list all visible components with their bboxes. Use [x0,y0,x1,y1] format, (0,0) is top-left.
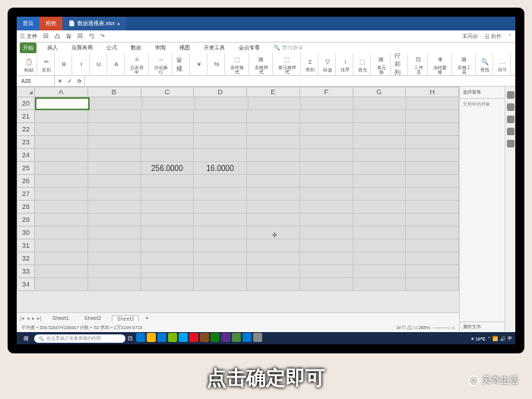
cell[interactable] [35,252,88,265]
cell[interactable] [247,123,300,136]
toolbar-button[interactable]: ⬚单元格样式 [274,53,301,75]
sheet-nav-last-icon[interactable]: ▸| [37,315,42,321]
cell[interactable] [194,226,247,239]
cell[interactable] [195,97,248,110]
cell[interactable] [35,214,88,226]
cell[interactable] [88,214,141,226]
cell[interactable] [406,214,459,226]
row-header[interactable]: 26 [17,175,35,188]
side-tool-icon[interactable] [507,91,515,99]
row-header[interactable]: 32 [17,252,35,265]
cell[interactable] [300,188,353,201]
row-header[interactable]: 25 [17,162,35,175]
cell[interactable] [35,110,88,123]
cell[interactable] [35,149,88,162]
taskbar-app-icon[interactable] [211,333,220,342]
cell[interactable] [88,201,141,214]
cell[interactable] [88,136,141,149]
row-header[interactable]: 28 [17,201,35,214]
cell[interactable] [88,226,141,239]
row-header[interactable]: 29 [17,214,35,226]
cell[interactable] [406,188,459,201]
titlebar-tab-doc[interactable]: 📄 数据透视表.xlsx × [62,17,126,30]
cell[interactable] [141,149,195,162]
cell[interactable] [88,278,141,291]
fx-confirm-icon[interactable]: ✓ [68,78,72,84]
cell[interactable] [249,97,301,110]
taskbar-app-icon[interactable] [200,333,209,342]
toolbar-button[interactable]: 常规 [174,53,190,75]
column-header[interactable]: E [247,87,300,97]
ribbon-tab-insert[interactable]: 插入 [44,43,61,53]
cell[interactable] [247,136,300,149]
toolbar-button[interactable]: Σ求和 [302,53,318,75]
cell[interactable] [247,162,300,175]
cell[interactable] [301,97,353,110]
taskbar-app-icon[interactable] [179,333,188,342]
toolbar-button[interactable]: % [209,53,225,75]
cell[interactable] [353,123,407,136]
cell[interactable] [141,226,195,239]
taskbar-app-icon[interactable] [189,333,198,342]
toolbar-button[interactable]: 🔍查找 [477,53,493,75]
cell[interactable] [247,239,300,252]
side-tool-icon[interactable] [507,103,515,111]
column-header[interactable]: B [88,87,141,97]
spreadsheet-grid[interactable]: ABCDEFGH 202122232425256.000016.00002627… [17,87,459,312]
name-box[interactable]: A20 [17,76,55,86]
toolbar-button[interactable]: ⊞单元格 [372,53,391,75]
ribbon-search[interactable]: 🔍 查找命令 [271,43,306,53]
cell[interactable] [194,252,247,265]
cell[interactable] [194,149,247,162]
cell[interactable] [194,136,247,149]
column-header[interactable]: G [353,87,407,97]
toolbar-button[interactable]: ▽筛选 [320,53,336,75]
cell[interactable] [88,123,141,136]
cell[interactable] [406,136,459,149]
toolbar-button[interactable]: ✂剪切 [39,53,55,75]
ribbon-tab-dev[interactable]: 开发工具 [201,43,228,53]
cell[interactable] [247,214,300,226]
tray-vol-icon[interactable]: 🔊 [500,336,505,341]
qa-preview-icon[interactable]: 骨 [66,33,71,40]
toolbar-button[interactable]: ❄冻结窗格 [429,53,452,75]
cell[interactable] [353,110,407,123]
qa-icon[interactable]: 回 [43,33,49,40]
start-button[interactable]: ⊞ [20,334,32,343]
row-header[interactable]: 27 [17,188,35,201]
cell[interactable] [194,239,247,252]
cell[interactable] [88,239,141,252]
cell[interactable] [247,175,300,188]
ribbon-tab-view[interactable]: 视图 [176,43,193,53]
window-min-icon[interactable]: ⌃ [508,33,512,40]
cell[interactable] [406,123,459,136]
cell[interactable] [88,265,141,278]
fx-cancel-icon[interactable]: ✕ [58,78,62,84]
row-header[interactable]: 22 [17,123,35,136]
row-header[interactable]: 20 [17,97,35,110]
cell[interactable] [35,278,88,291]
weather-widget[interactable]: ☀ 16℃ [470,336,486,341]
cell[interactable] [300,239,353,252]
ribbon-tab-layout[interactable]: 页面布局 [68,43,96,53]
row-header[interactable]: 21 [17,110,35,123]
taskbar-app-icon[interactable] [157,333,166,342]
cell[interactable] [406,252,459,265]
toolbar-button[interactable]: ⬚条件格式 [226,53,249,75]
side-tool-icon[interactable] [507,128,515,135]
taskbar-search[interactable]: 🔍 在这里输入你要搜索的内容 [34,334,125,343]
view-icons[interactable]: ⊞ ▤ 凸 ⊡ [397,325,417,330]
toolbar-button[interactable]: U [91,53,107,75]
toolbar-button[interactable]: A [109,53,125,75]
qa-redo-icon[interactable]: ↷ [100,33,105,40]
qa-save-icon[interactable]: 回 [78,33,83,40]
add-sheet-button[interactable]: + [145,315,148,321]
row-header[interactable]: 31 [17,239,35,252]
sheet-tab-1[interactable]: Sheet1 [48,315,74,321]
toolbar-button[interactable]: B [56,53,72,75]
cell[interactable] [353,252,407,265]
cell[interactable] [141,136,195,149]
tray-up-icon[interactable]: ^ [488,336,490,340]
cell[interactable] [247,188,300,201]
cell[interactable] [88,175,141,188]
